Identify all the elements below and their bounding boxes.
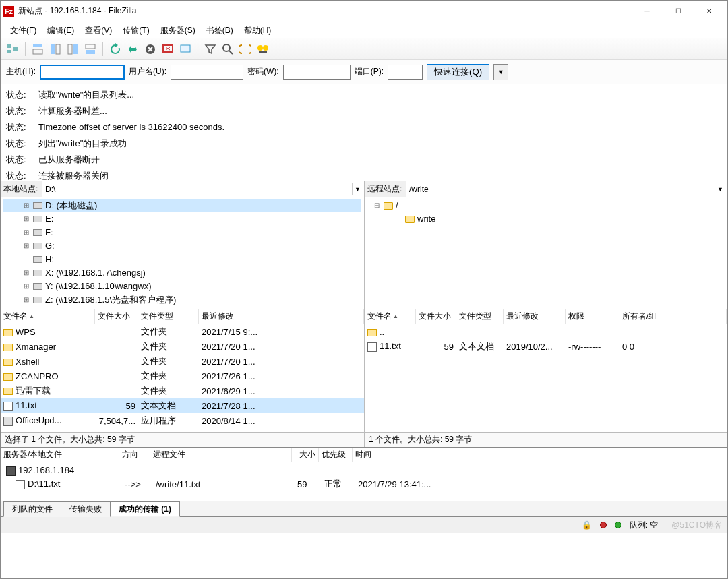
expand-icon[interactable]: ⊟ <box>373 199 381 212</box>
txt-icon <box>367 342 377 352</box>
tree-item[interactable]: ⊞X: (\\192.168.1.7\chengsj) <box>3 266 361 280</box>
file-row[interactable]: Xshell文件夹2021/7/20 1... <box>1 354 364 369</box>
search-button[interactable] <box>220 41 236 57</box>
tree-item[interactable]: ⊞G: <box>3 239 361 253</box>
remote-tree[interactable]: ⊟/write <box>365 197 727 309</box>
file-row[interactable]: OfficeUpd...7,504,7...应用程序2020/8/14 1... <box>1 413 364 428</box>
maximize-button[interactable]: ☐ <box>663 1 694 22</box>
svg-rect-6 <box>56 44 60 54</box>
compare-button[interactable] <box>237 41 253 57</box>
local-col-modified[interactable]: 最近修改 <box>199 309 364 324</box>
xfer-col-dir[interactable]: 方向 <box>119 448 150 462</box>
cancel-button[interactable] <box>142 41 158 57</box>
reconnect-button[interactable] <box>177 41 193 57</box>
remote-col-type[interactable]: 文件类型 <box>456 309 504 324</box>
local-path-combo[interactable]: ▼ <box>42 182 364 197</box>
xfer-col-name[interactable]: 服务器/本地文件 <box>1 448 119 462</box>
menu-item[interactable]: 帮助(H) <box>239 24 277 38</box>
file-row[interactable]: 迅雷下载文件夹2021/6/29 1... <box>1 384 364 398</box>
toggle-queue-button[interactable] <box>82 41 98 57</box>
toggle-local-tree-button[interactable] <box>47 41 63 57</box>
menu-item[interactable]: 查看(V) <box>80 24 117 38</box>
expand-icon[interactable]: ⊞ <box>22 293 30 307</box>
xfer-col-time[interactable]: 时间 <box>353 448 727 462</box>
remote-file-list[interactable]: 文件名▲ 文件大小 文件类型 最近修改 权限 所有者/组 ..11.txt59文… <box>365 309 727 432</box>
tree-item[interactable]: ⊟/ <box>367 199 724 212</box>
sync-browse-button[interactable] <box>255 41 271 57</box>
remote-col-owner[interactable]: 所有者/组 <box>619 309 727 324</box>
quick-connect-button[interactable]: 快速连接(Q) <box>427 64 489 80</box>
close-button[interactable]: ✕ <box>694 1 725 22</box>
file-row[interactable]: Xmanager文件夹2021/7/20 1... <box>1 339 364 354</box>
xfer-col-remote[interactable]: 远程文件 <box>150 448 292 462</box>
tree-item[interactable]: ⊞Y: (\\192.168.1.10\wangwx) <box>3 280 361 293</box>
svg-point-16 <box>263 45 268 51</box>
expand-icon[interactable]: ⊞ <box>22 266 30 280</box>
local-tree[interactable]: ⊞D: (本地磁盘)⊞E:⊞F:⊞G:H:⊞X: (\\192.168.1.7\… <box>1 197 364 309</box>
menu-item[interactable]: 文件(F) <box>5 24 42 38</box>
remote-path-input[interactable] <box>406 182 727 197</box>
remote-col-modified[interactable]: 最近修改 <box>504 309 566 324</box>
file-row[interactable]: WPS文件夹2021/7/15 9:... <box>1 324 364 339</box>
menu-item[interactable]: 编辑(E) <box>42 24 80 38</box>
password-input[interactable] <box>283 65 351 80</box>
remote-path-combo[interactable]: ▼ <box>406 182 727 197</box>
minimize-button[interactable]: ─ <box>632 1 663 22</box>
toolbar <box>1 38 727 60</box>
remote-col-name[interactable]: 文件名▲ <box>365 309 416 324</box>
svg-rect-1 <box>7 50 11 53</box>
tab-failed[interactable]: 传输失败 <box>61 501 111 517</box>
menu-item[interactable]: 服务器(S) <box>155 24 201 38</box>
svg-point-14 <box>223 44 230 51</box>
xfer-col-prio[interactable]: 优先级 <box>319 448 353 462</box>
port-input[interactable] <box>388 65 423 80</box>
expand-icon[interactable]: ⊞ <box>22 239 30 253</box>
local-file-list[interactable]: 文件名▲ 文件大小 文件类型 最近修改 WPS文件夹2021/7/15 9:..… <box>1 309 364 432</box>
menu-item[interactable]: 书签(B) <box>201 24 239 38</box>
host-input[interactable] <box>40 65 125 80</box>
file-row[interactable]: .. <box>365 324 727 339</box>
xfer-col-size[interactable]: 大小 <box>292 448 319 462</box>
chevron-down-icon[interactable]: ▼ <box>715 183 725 195</box>
expand-icon[interactable]: ⊞ <box>22 226 30 239</box>
message-log[interactable]: 状态:读取"/write"的目录列表...状态:计算服务器时差...状态:Tim… <box>1 84 727 181</box>
drive-icon <box>33 229 42 236</box>
username-input[interactable] <box>171 65 243 80</box>
expand-icon[interactable]: ⊞ <box>22 280 30 293</box>
tree-item[interactable]: H: <box>3 253 361 266</box>
log-line: 状态:计算服务器时差... <box>6 103 722 119</box>
file-row[interactable]: ZCANPRO文件夹2021/7/26 1... <box>1 369 364 384</box>
local-col-size[interactable]: 文件大小 <box>95 309 138 324</box>
tree-item[interactable]: ⊞Z: (\\192.168.1.5\光盘和客户程序) <box>3 293 361 307</box>
remote-col-perm[interactable]: 权限 <box>566 309 619 324</box>
file-row[interactable]: 11.txt59文本文档2021/7/28 1... <box>1 398 364 413</box>
folder-icon <box>367 329 377 336</box>
file-row[interactable]: 11.txt59文本文档2019/10/2...-rw-------0 0 <box>365 339 727 354</box>
tab-queued[interactable]: 列队的文件 <box>3 501 61 517</box>
remote-col-size[interactable]: 文件大小 <box>416 309 456 324</box>
process-queue-button[interactable] <box>125 41 141 57</box>
tree-item[interactable]: ⊞E: <box>3 212 361 226</box>
site-manager-button[interactable] <box>5 41 21 57</box>
xfer-file-row[interactable]: D:\11.txt -->> /write/11.txt 59 正常 2021/… <box>3 477 725 491</box>
local-col-name[interactable]: 文件名▲ <box>1 309 95 324</box>
tree-item[interactable]: ⊞F: <box>3 226 361 239</box>
xfer-server-row[interactable]: 192.168.1.184 <box>3 464 725 477</box>
tree-item[interactable]: ⊞D: (本地磁盘) <box>3 199 361 212</box>
menu-item[interactable]: 传输(T) <box>117 24 154 38</box>
transfer-queue[interactable]: 服务器/本地文件 方向 远程文件 大小 优先级 时间 192.168.1.184… <box>1 447 727 501</box>
tree-item[interactable]: write <box>367 212 724 226</box>
refresh-button[interactable] <box>107 41 123 57</box>
toggle-remote-tree-button[interactable] <box>65 41 81 57</box>
toggle-log-button[interactable] <box>30 41 46 57</box>
expand-icon[interactable]: ⊞ <box>22 199 30 212</box>
expand-icon[interactable]: ⊞ <box>22 212 30 226</box>
quick-connect-dropdown[interactable]: ▼ <box>493 64 508 80</box>
filter-button[interactable] <box>202 41 218 57</box>
password-label: 密码(W): <box>247 66 279 78</box>
disconnect-button[interactable] <box>160 41 176 57</box>
local-path-input[interactable] <box>42 182 364 197</box>
tab-success[interactable]: 成功的传输 (1) <box>110 501 180 517</box>
local-col-type[interactable]: 文件类型 <box>138 309 199 324</box>
chevron-down-icon[interactable]: ▼ <box>352 183 363 195</box>
